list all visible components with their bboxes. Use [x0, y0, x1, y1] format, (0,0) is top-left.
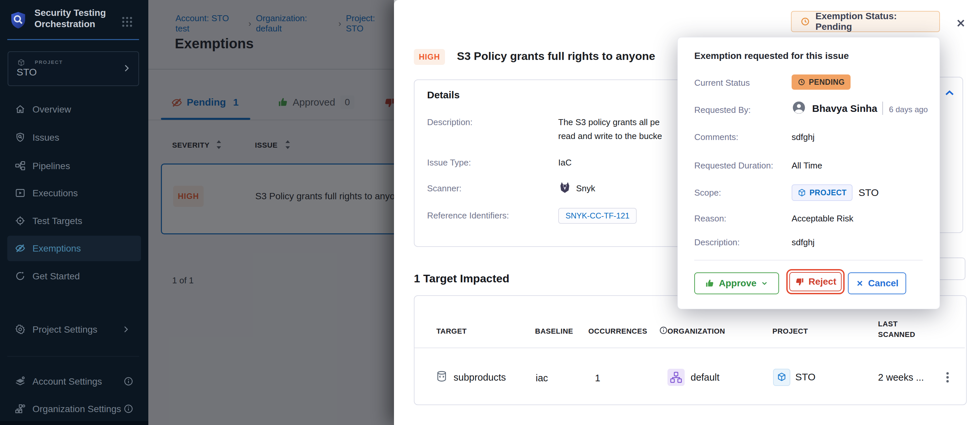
target-column-header: TARGET [436, 327, 467, 336]
reference-identifier-chip[interactable]: SNYK-CC-TF-121 [558, 208, 637, 224]
table-header-divider [415, 347, 965, 348]
last-scanned-column-header: LAST [878, 320, 897, 328]
description-value-line1: The S3 policy grants all pe [558, 117, 660, 127]
project-icon [773, 369, 790, 386]
target-name[interactable]: subproducts [453, 372, 506, 383]
description-label: Description: [427, 117, 473, 127]
sidebar-bottom-strip [0, 421, 148, 425]
bucket-target-icon [435, 369, 448, 384]
target-organization: default [690, 372, 719, 383]
reject-button[interactable]: Reject [789, 272, 842, 291]
project-selector-type: PROJECT [35, 59, 63, 65]
chevron-right-icon [121, 63, 131, 73]
popup-heading: Exemption requested for this issue [694, 51, 849, 61]
targets-table-card: TARGET BASELINE OCCURRENCES ORGANIZATION… [414, 295, 967, 405]
exemption-review-popup: Exemption requested for this issue Curre… [678, 37, 940, 309]
requested-by-time: 6 days ago [889, 105, 928, 114]
eye-off-icon [14, 243, 26, 254]
description-value-line2: read and write to the bucke [558, 131, 662, 141]
module-grid-icon[interactable] [121, 15, 134, 29]
divider [882, 102, 883, 115]
occurrences-column-header: OCCURRENCES [588, 327, 647, 336]
comments-label: Comments: [694, 132, 738, 142]
chevron-right-icon [121, 325, 130, 334]
issue-type-value: IaC [558, 158, 571, 168]
pipelines-icon [14, 160, 26, 172]
sidebar-divider [7, 356, 139, 357]
project-column-header: PROJECT [772, 327, 808, 336]
scanner-value: Snyk [576, 183, 595, 194]
home-icon [14, 103, 26, 115]
clock-icon [800, 16, 810, 27]
thumb-up-icon [705, 279, 715, 288]
project-selector-value: STO [17, 67, 37, 78]
targets-heading: 1 Target Impacted [414, 272, 509, 285]
chevron-up-icon[interactable] [943, 88, 956, 99]
product-title: Security TestingOrchestration [35, 7, 127, 30]
clock-icon [797, 78, 805, 86]
close-icon[interactable] [955, 17, 967, 29]
scope-label: Scope: [694, 188, 721, 198]
approve-button[interactable]: Approve [694, 272, 779, 294]
get-started-icon [14, 271, 26, 282]
target-last-scanned: 2 weeks ... [878, 372, 924, 383]
reason-label: Reason: [694, 213, 726, 224]
comments-value: sdfghj [792, 132, 815, 142]
requested-by-label: Requested By: [694, 105, 751, 115]
description-value: sdfghj [792, 237, 815, 248]
shield-search-icon [14, 132, 26, 143]
scope-value: STO [859, 187, 879, 198]
layers-gear-icon [14, 376, 26, 387]
chevron-down-icon [760, 279, 768, 287]
cancel-button[interactable]: Cancel [848, 272, 906, 294]
sidebar-item-exemptions[interactable]: Exemptions [0, 236, 148, 261]
description-label: Description: [694, 237, 740, 248]
organization-column-header: ORGANIZATION [667, 327, 725, 336]
exemption-status-pill[interactable]: Exemption Status: Pending [791, 11, 940, 32]
organization-icon [667, 369, 685, 386]
reference-identifiers-label: Reference Identifiers: [427, 210, 509, 221]
issue-type-label: Issue Type: [427, 158, 471, 168]
severity-badge: HIGH [414, 49, 445, 65]
target-baseline: iac [536, 373, 548, 384]
info-icon[interactable] [123, 403, 134, 414]
details-heading: Details [427, 89, 460, 100]
sidebar-item-get-started[interactable]: Get Started [0, 263, 148, 289]
requested-by-name: Bhavya Sinha [812, 103, 877, 114]
project-cube-icon [17, 59, 25, 67]
scanner-label: Scanner: [427, 183, 461, 194]
duration-label: Requested Duration: [694, 161, 773, 171]
sto-shield-logo-icon [10, 11, 27, 30]
sidebar-item-project-settings[interactable]: Project Settings [0, 317, 148, 342]
snyk-logo-icon [558, 180, 571, 195]
modal-scrim[interactable] [148, 0, 394, 425]
duration-value: All Time [792, 161, 822, 171]
org-gear-icon [14, 403, 26, 414]
executions-play-icon [14, 187, 26, 199]
info-icon[interactable] [659, 326, 668, 335]
kebab-menu-icon[interactable] [940, 370, 955, 385]
sidebar: Security TestingOrchestration PROJECT ST… [0, 0, 148, 425]
target-icon [14, 215, 26, 226]
sidebar-item-account-settings[interactable]: Account Settings [0, 369, 148, 394]
sidebar-accent-divider [7, 39, 139, 40]
sidebar-item-overview[interactable]: Overview [0, 97, 148, 122]
sidebar-item-executions[interactable]: Executions [0, 180, 148, 205]
app-window: Security TestingOrchestration PROJECT ST… [0, 0, 980, 425]
sidebar-item-issues[interactable]: Issues [0, 125, 148, 150]
thumb-down-icon [795, 277, 805, 287]
sidebar-item-test-targets[interactable]: Test Targets [0, 208, 148, 233]
info-icon[interactable] [123, 376, 134, 387]
popup-divider [694, 260, 923, 261]
sidebar-item-pipelines[interactable]: Pipelines [0, 153, 148, 178]
project-selector[interactable]: PROJECT STO [8, 51, 139, 86]
pending-status-badge: PENDING [792, 75, 851, 90]
reject-button-focus-ring: Reject [786, 269, 845, 294]
scope-project-chip: PROJECT [792, 185, 853, 201]
gear-icon [14, 324, 26, 335]
sidebar-item-organization-settings[interactable]: Organization Settings [0, 396, 148, 421]
x-icon [856, 279, 864, 288]
avatar [792, 100, 806, 115]
issue-title: S3 Policy grants full rights to anyone [457, 49, 655, 62]
target-project: STO [795, 371, 815, 383]
